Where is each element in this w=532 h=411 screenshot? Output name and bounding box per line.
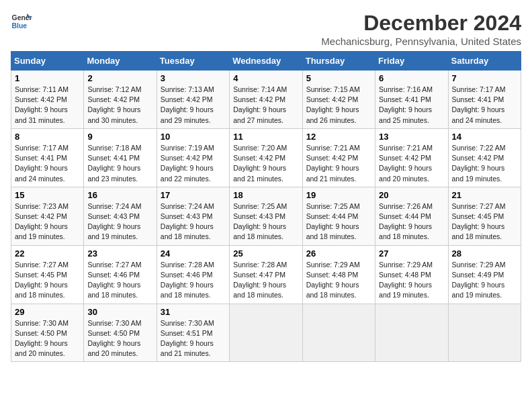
calendar-day-cell: 6 Sunrise: 7:16 AMSunset: 4:41 PMDayligh… bbox=[375, 71, 448, 129]
calendar-day-cell: 17 Sunrise: 7:24 AMSunset: 4:43 PMDaylig… bbox=[157, 187, 229, 245]
day-info: Sunrise: 7:14 AMSunset: 4:42 PMDaylight:… bbox=[233, 85, 287, 124]
weekday-header-cell: Friday bbox=[375, 52, 448, 71]
calendar-day-cell bbox=[448, 304, 521, 362]
calendar-day-cell: 5 Sunrise: 7:15 AMSunset: 4:42 PMDayligh… bbox=[302, 71, 375, 129]
calendar-day-cell: 25 Sunrise: 7:28 AMSunset: 4:47 PMDaylig… bbox=[230, 245, 302, 304]
calendar-day-cell: 24 Sunrise: 7:28 AMSunset: 4:46 PMDaylig… bbox=[157, 245, 229, 304]
logo: General Blue bbox=[11, 11, 32, 32]
day-info: Sunrise: 7:28 AMSunset: 4:46 PMDaylight:… bbox=[161, 261, 214, 300]
day-info: Sunrise: 7:27 AMSunset: 4:45 PMDaylight:… bbox=[15, 261, 69, 300]
day-number: 18 bbox=[233, 190, 298, 200]
weekday-header-cell: Thursday bbox=[302, 52, 375, 71]
weekday-header-row: SundayMondayTuesdayWednesdayThursdayFrid… bbox=[11, 52, 521, 71]
day-info: Sunrise: 7:27 AMSunset: 4:45 PMDaylight:… bbox=[452, 202, 506, 241]
calendar-day-cell: 19 Sunrise: 7:25 AMSunset: 4:44 PMDaylig… bbox=[302, 187, 375, 245]
day-number: 25 bbox=[233, 248, 298, 259]
day-info: Sunrise: 7:27 AMSunset: 4:46 PMDaylight:… bbox=[87, 261, 141, 300]
calendar-week-row: 1 Sunrise: 7:11 AMSunset: 4:42 PMDayligh… bbox=[11, 71, 521, 129]
weekday-header-cell: Saturday bbox=[448, 52, 521, 71]
calendar-day-cell: 28 Sunrise: 7:29 AMSunset: 4:49 PMDaylig… bbox=[448, 245, 521, 304]
calendar-body: 1 Sunrise: 7:11 AMSunset: 4:42 PMDayligh… bbox=[11, 71, 521, 362]
calendar-day-cell: 13 Sunrise: 7:21 AMSunset: 4:42 PMDaylig… bbox=[375, 128, 448, 187]
day-number: 19 bbox=[306, 190, 371, 200]
day-info: Sunrise: 7:22 AMSunset: 4:42 PMDaylight:… bbox=[452, 144, 506, 183]
calendar-week-row: 22 Sunrise: 7:27 AMSunset: 4:45 PMDaylig… bbox=[11, 245, 521, 304]
day-info: Sunrise: 7:16 AMSunset: 4:41 PMDaylight:… bbox=[379, 85, 433, 124]
day-number: 22 bbox=[15, 248, 80, 259]
day-number: 24 bbox=[161, 248, 226, 259]
day-info: Sunrise: 7:28 AMSunset: 4:47 PMDaylight:… bbox=[233, 261, 287, 300]
calendar-day-cell bbox=[302, 304, 375, 362]
day-number: 2 bbox=[87, 73, 152, 83]
day-info: Sunrise: 7:26 AMSunset: 4:44 PMDaylight:… bbox=[379, 202, 433, 241]
day-number: 15 bbox=[15, 190, 80, 200]
calendar-table: SundayMondayTuesdayWednesdayThursdayFrid… bbox=[11, 51, 521, 362]
calendar-day-cell: 27 Sunrise: 7:29 AMSunset: 4:48 PMDaylig… bbox=[375, 245, 448, 304]
weekday-header-cell: Sunday bbox=[11, 52, 84, 71]
day-info: Sunrise: 7:30 AMSunset: 4:51 PMDaylight:… bbox=[161, 319, 214, 358]
month-title: December 2024 bbox=[321, 11, 521, 36]
day-number: 5 bbox=[306, 73, 371, 83]
day-number: 9 bbox=[87, 132, 152, 142]
weekday-header-cell: Tuesday bbox=[157, 52, 229, 71]
day-number: 29 bbox=[15, 307, 80, 317]
weekday-header-cell: Wednesday bbox=[230, 52, 302, 71]
calendar-day-cell: 1 Sunrise: 7:11 AMSunset: 4:42 PMDayligh… bbox=[11, 71, 84, 129]
calendar-day-cell: 12 Sunrise: 7:21 AMSunset: 4:42 PMDaylig… bbox=[302, 128, 375, 187]
calendar-day-cell: 26 Sunrise: 7:29 AMSunset: 4:48 PMDaylig… bbox=[302, 245, 375, 304]
calendar-week-row: 29 Sunrise: 7:30 AMSunset: 4:50 PMDaylig… bbox=[11, 304, 521, 362]
calendar-week-row: 15 Sunrise: 7:23 AMSunset: 4:42 PMDaylig… bbox=[11, 187, 521, 245]
day-info: Sunrise: 7:25 AMSunset: 4:44 PMDaylight:… bbox=[306, 202, 360, 241]
page-header: General Blue December 2024 Mechanicsburg… bbox=[11, 11, 521, 47]
day-info: Sunrise: 7:20 AMSunset: 4:42 PMDaylight:… bbox=[233, 144, 287, 183]
day-info: Sunrise: 7:24 AMSunset: 4:43 PMDaylight:… bbox=[161, 202, 214, 241]
day-number: 20 bbox=[379, 190, 444, 200]
weekday-header-cell: Monday bbox=[84, 52, 157, 71]
day-info: Sunrise: 7:19 AMSunset: 4:42 PMDaylight:… bbox=[161, 144, 214, 183]
location: Mechanicsburg, Pennsylvania, United Stat… bbox=[321, 36, 521, 47]
calendar-day-cell: 30 Sunrise: 7:30 AMSunset: 4:50 PMDaylig… bbox=[84, 304, 157, 362]
svg-text:General: General bbox=[12, 14, 32, 21]
day-info: Sunrise: 7:13 AMSunset: 4:42 PMDaylight:… bbox=[161, 85, 214, 124]
day-number: 28 bbox=[452, 248, 517, 259]
day-number: 4 bbox=[233, 73, 298, 83]
calendar-day-cell: 22 Sunrise: 7:27 AMSunset: 4:45 PMDaylig… bbox=[11, 245, 84, 304]
calendar-day-cell: 8 Sunrise: 7:17 AMSunset: 4:41 PMDayligh… bbox=[11, 128, 84, 187]
calendar-day-cell: 16 Sunrise: 7:24 AMSunset: 4:43 PMDaylig… bbox=[84, 187, 157, 245]
day-info: Sunrise: 7:15 AMSunset: 4:42 PMDaylight:… bbox=[306, 85, 360, 124]
calendar-day-cell: 31 Sunrise: 7:30 AMSunset: 4:51 PMDaylig… bbox=[157, 304, 229, 362]
day-info: Sunrise: 7:21 AMSunset: 4:42 PMDaylight:… bbox=[379, 144, 433, 183]
day-number: 16 bbox=[87, 190, 152, 200]
day-info: Sunrise: 7:21 AMSunset: 4:42 PMDaylight:… bbox=[306, 144, 360, 183]
calendar-day-cell: 21 Sunrise: 7:27 AMSunset: 4:45 PMDaylig… bbox=[448, 187, 521, 245]
calendar-day-cell: 4 Sunrise: 7:14 AMSunset: 4:42 PMDayligh… bbox=[230, 71, 302, 129]
calendar-week-row: 8 Sunrise: 7:17 AMSunset: 4:41 PMDayligh… bbox=[11, 128, 521, 187]
day-number: 1 bbox=[15, 73, 80, 83]
day-number: 12 bbox=[306, 132, 371, 142]
day-info: Sunrise: 7:12 AMSunset: 4:42 PMDaylight:… bbox=[87, 85, 141, 124]
day-number: 8 bbox=[15, 132, 80, 142]
day-info: Sunrise: 7:17 AMSunset: 4:41 PMDaylight:… bbox=[452, 85, 506, 124]
day-info: Sunrise: 7:25 AMSunset: 4:43 PMDaylight:… bbox=[233, 202, 287, 241]
calendar-day-cell bbox=[230, 304, 302, 362]
calendar-day-cell: 2 Sunrise: 7:12 AMSunset: 4:42 PMDayligh… bbox=[84, 71, 157, 129]
day-info: Sunrise: 7:30 AMSunset: 4:50 PMDaylight:… bbox=[15, 319, 69, 358]
calendar-day-cell: 9 Sunrise: 7:18 AMSunset: 4:41 PMDayligh… bbox=[84, 128, 157, 187]
day-number: 23 bbox=[87, 248, 152, 259]
calendar-day-cell: 3 Sunrise: 7:13 AMSunset: 4:42 PMDayligh… bbox=[157, 71, 229, 129]
day-number: 21 bbox=[452, 190, 517, 200]
title-area: December 2024 Mechanicsburg, Pennsylvani… bbox=[321, 11, 521, 47]
calendar-day-cell: 11 Sunrise: 7:20 AMSunset: 4:42 PMDaylig… bbox=[230, 128, 302, 187]
day-number: 10 bbox=[161, 132, 226, 142]
svg-text:Blue: Blue bbox=[12, 22, 28, 30]
calendar-day-cell bbox=[375, 304, 448, 362]
day-info: Sunrise: 7:29 AMSunset: 4:48 PMDaylight:… bbox=[379, 261, 433, 300]
day-info: Sunrise: 7:11 AMSunset: 4:42 PMDaylight:… bbox=[15, 85, 69, 124]
calendar-day-cell: 29 Sunrise: 7:30 AMSunset: 4:50 PMDaylig… bbox=[11, 304, 84, 362]
day-number: 14 bbox=[452, 132, 517, 142]
calendar-day-cell: 23 Sunrise: 7:27 AMSunset: 4:46 PMDaylig… bbox=[84, 245, 157, 304]
day-number: 6 bbox=[379, 73, 444, 83]
day-number: 30 bbox=[87, 307, 152, 317]
day-number: 17 bbox=[161, 190, 226, 200]
day-number: 31 bbox=[161, 307, 226, 317]
